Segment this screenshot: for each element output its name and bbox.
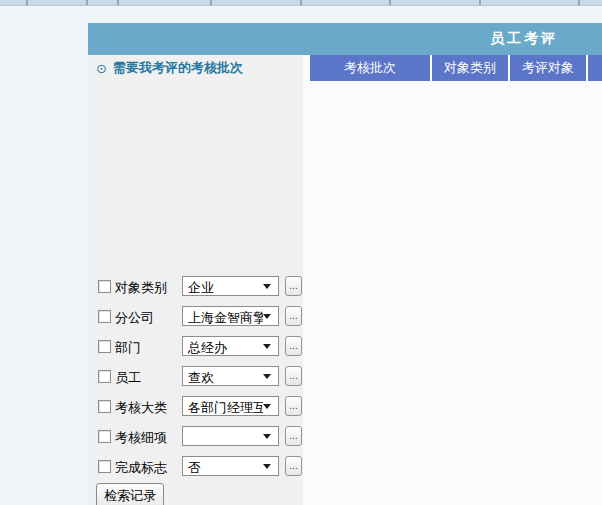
filter-row-department: 部门 总经办 ... [89,336,303,356]
department-value: 总经办 [188,339,227,357]
tab-strip-segment[interactable] [28,0,88,5]
branch-company-label: 分公司 [115,309,154,327]
object-category-browse-button[interactable]: ... [285,276,302,296]
department-dropdown[interactable]: 总经办 [182,336,279,356]
branch-company-value: 上海金智商擎 [188,309,263,327]
results-table: 考核批次 对象类别 考评对象 [303,55,602,505]
assessment-detail-label: 考核细项 [115,429,167,447]
assessment-detail-browse-button[interactable]: ... [285,426,302,446]
filter-row-assessment-detail: 考核细项 ... [89,426,303,446]
chevron-down-icon [263,464,271,469]
tab-strip-segment[interactable] [119,0,212,5]
tab-strip-segment[interactable] [481,0,580,5]
employee-browse-button[interactable]: ... [285,366,302,386]
employee-value: 查欢 [188,369,214,387]
filter-panel: ⊙ 需要我考评的考核批次 对象类别 企业 ... 分公司 上海金智商擎 ... … [89,55,303,505]
assessment-detail-checkbox[interactable] [98,430,111,443]
column-header-assessment-batch: 考核批次 [310,55,432,81]
assessment-category-browse-button[interactable]: ... [285,396,302,416]
tab-strip-segment[interactable] [580,0,602,5]
column-header-clipped [588,55,602,81]
object-category-label: 对象类别 [115,279,167,297]
branch-company-browse-button[interactable]: ... [285,306,302,326]
department-checkbox[interactable] [98,340,111,353]
employee-label: 员工 [115,369,141,387]
employee-checkbox[interactable] [98,370,111,383]
chevron-down-icon [263,374,271,379]
branch-company-checkbox[interactable] [98,310,111,323]
search-records-button[interactable]: 检索记录 [96,483,164,505]
radio-bullet-icon: ⊙ [96,61,107,76]
department-label: 部门 [115,339,141,357]
assessment-category-checkbox[interactable] [98,400,111,413]
employee-dropdown[interactable]: 查欢 [182,366,279,386]
filter-row-assessment-category: 考核大类 各部门经理互 ... [89,396,303,416]
completion-flag-label: 完成标志 [115,459,167,477]
chevron-down-icon [263,434,271,439]
chevron-down-icon [263,344,271,349]
tab-strip-segment[interactable] [88,0,119,5]
assessment-category-dropdown[interactable]: 各部门经理互 [182,396,279,416]
chevron-down-icon [263,314,271,319]
filter-row-branch-company: 分公司 上海金智商擎 ... [89,306,303,326]
column-header-object-category: 对象类别 [432,55,510,81]
results-table-header: 考核批次 对象类别 考评对象 [310,55,602,81]
chevron-down-icon [263,284,271,289]
page-title: 员工考评 [490,30,558,48]
completion-flag-dropdown[interactable]: 否 [182,456,279,476]
module-title-bar: 员工考评 [88,23,602,55]
column-header-evaluation-target: 考评对象 [510,55,588,81]
department-browse-button[interactable]: ... [285,336,302,356]
employee-evaluation-page: 员工考评 ⊙ 需要我考评的考核批次 对象类别 企业 ... 分公司 上海金智商擎… [0,0,602,505]
panel-header-link[interactable]: ⊙ 需要我考评的考核批次 [96,59,243,77]
completion-flag-browse-button[interactable]: ... [285,456,302,476]
tab-strip-segment[interactable] [391,0,481,5]
top-tab-strip [0,0,602,6]
branch-company-dropdown[interactable]: 上海金智商擎 [182,306,279,326]
filter-row-object-category: 对象类别 企业 ... [89,276,303,296]
tab-strip-segment[interactable] [212,0,302,5]
completion-flag-checkbox[interactable] [98,460,111,473]
tab-strip-segment[interactable] [0,0,28,5]
assessment-category-value: 各部门经理互 [188,399,263,417]
object-category-value: 企业 [188,279,214,297]
filter-row-completion-flag: 完成标志 否 ... [89,456,303,476]
assessment-detail-dropdown[interactable] [182,426,279,446]
chevron-down-icon [263,404,271,409]
panel-header-label: 需要我考评的考核批次 [113,59,243,77]
object-category-dropdown[interactable]: 企业 [182,276,279,296]
completion-flag-value: 否 [188,459,201,477]
filter-row-employee: 员工 查欢 ... [89,366,303,386]
assessment-category-label: 考核大类 [115,399,167,417]
object-category-checkbox[interactable] [98,280,111,293]
tab-strip-segment[interactable] [302,0,391,5]
